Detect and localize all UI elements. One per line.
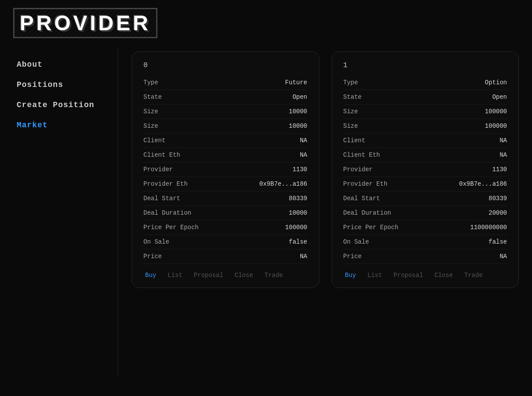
row-label: Provider (143, 166, 173, 173)
card-row: Provider Eth0x9B7e...a186 (343, 177, 507, 191)
card-row: TypeFuture (143, 76, 307, 90)
card-row: PriceNA (343, 249, 507, 264)
row-value: false (289, 238, 307, 245)
row-label: State (143, 94, 162, 101)
card-row: Size100000 (343, 119, 507, 133)
row-value: NA (500, 151, 507, 158)
row-label: Size (143, 108, 158, 115)
card-row: TypeOption (343, 76, 507, 90)
row-value: NA (500, 253, 507, 260)
position-card-0: 0TypeFutureStateOpenSize10000Size10000Cl… (132, 51, 319, 288)
card-id-0: 0 (143, 61, 307, 69)
card-row: Size100000 (343, 104, 507, 119)
row-value: false (489, 238, 507, 245)
row-value: NA (300, 253, 307, 260)
row-value: 10000 (289, 209, 307, 216)
row-label: Deal Start (343, 195, 380, 202)
action-btn-trade[interactable]: Trade (263, 271, 285, 280)
row-label: Provider Eth (143, 180, 188, 187)
row-value: 100000 (285, 224, 307, 231)
sidebar-item-market[interactable]: Market (13, 116, 104, 134)
action-btn-proposal[interactable]: Proposal (392, 271, 425, 280)
position-card-1: 1TypeOptionStateOpenSize100000Size100000… (332, 51, 519, 288)
card-row: Provider Eth0x9B7e...a186 (143, 177, 307, 191)
row-label: Size (343, 122, 358, 130)
row-label: Deal Start (143, 195, 180, 202)
row-value: 1130 (293, 166, 307, 173)
row-label: Type (143, 79, 158, 86)
card-row: Deal Duration10000 (143, 206, 307, 220)
action-btn-list[interactable]: List (366, 271, 384, 280)
card-row: Client EthNA (143, 148, 307, 162)
row-value: NA (300, 151, 307, 158)
row-value: Future (285, 79, 307, 86)
row-value: 1100000000 (470, 224, 507, 231)
sidebar: AboutPositionsCreate PositionMarket (0, 47, 118, 376)
card-row: On Salefalse (143, 235, 307, 249)
card-actions: BuyListProposalCloseTrade (343, 271, 507, 280)
card-row: StateOpen (143, 90, 307, 104)
card-row: Size10000 (143, 104, 307, 119)
row-label: Price Per Epoch (343, 224, 399, 231)
app-logo: PROVIDER (13, 8, 157, 38)
card-row: ClientNA (143, 133, 307, 148)
card-row: ClientNA (343, 133, 507, 148)
row-label: Deal Duration (343, 209, 391, 216)
action-btn-proposal[interactable]: Proposal (192, 271, 225, 280)
row-label: Deal Duration (143, 209, 191, 216)
row-label: Size (343, 108, 358, 115)
row-label: Client (343, 137, 365, 144)
row-label: Client (143, 137, 165, 144)
row-value: 100000 (485, 122, 507, 130)
row-value: 0x9B7e...a186 (459, 180, 507, 187)
row-label: Provider (343, 166, 373, 173)
content-area: 0TypeFutureStateOpenSize10000Size10000Cl… (118, 47, 532, 376)
row-label: On Sale (143, 238, 169, 245)
row-value: 10000 (289, 122, 307, 130)
row-label: Price (343, 253, 362, 260)
row-value: 1130 (492, 166, 507, 173)
row-value: 80339 (489, 195, 507, 202)
row-value: NA (300, 137, 307, 144)
row-value: 80339 (289, 195, 307, 202)
row-value: Open (293, 94, 307, 101)
card-actions: BuyListProposalCloseTrade (143, 271, 307, 280)
card-id-1: 1 (343, 61, 507, 69)
card-row: Size10000 (143, 119, 307, 133)
sidebar-item-create-position[interactable]: Create Position (13, 96, 104, 114)
card-row: Provider1130 (343, 162, 507, 177)
sidebar-item-positions[interactable]: Positions (13, 76, 104, 94)
row-value: 10000 (289, 108, 307, 115)
card-row: PriceNA (143, 249, 307, 264)
card-row: Deal Start80339 (343, 191, 507, 206)
row-label: Price (143, 253, 162, 260)
action-btn-close[interactable]: Close (233, 271, 255, 280)
row-label: Type (343, 79, 358, 86)
row-label: Client Eth (143, 151, 180, 158)
row-value: 0x9B7e...a186 (259, 180, 307, 187)
row-label: On Sale (343, 238, 369, 245)
card-row: Price Per Epoch100000 (143, 220, 307, 235)
row-label: Size (143, 122, 158, 130)
action-btn-list[interactable]: List (166, 271, 184, 280)
row-label: State (343, 94, 362, 101)
row-value: NA (500, 137, 507, 144)
row-value: 20000 (489, 209, 507, 216)
action-btn-close[interactable]: Close (433, 271, 455, 280)
sidebar-item-about[interactable]: About (13, 56, 104, 73)
card-row: Deal Start80339 (143, 191, 307, 206)
row-label: Price Per Epoch (143, 224, 199, 231)
card-row: Client EthNA (343, 148, 507, 162)
row-label: Client Eth (343, 151, 380, 158)
row-label: Provider Eth (343, 180, 388, 187)
action-btn-trade[interactable]: Trade (463, 271, 485, 280)
card-row: Price Per Epoch1100000000 (343, 220, 507, 235)
card-row: On Salefalse (343, 235, 507, 249)
row-value: Option (485, 79, 507, 86)
card-row: Provider1130 (143, 162, 307, 177)
row-value: 100000 (485, 108, 507, 115)
card-row: StateOpen (343, 90, 507, 104)
action-btn-buy[interactable]: Buy (143, 271, 158, 280)
action-btn-buy[interactable]: Buy (343, 271, 358, 280)
row-value: Open (492, 94, 507, 101)
